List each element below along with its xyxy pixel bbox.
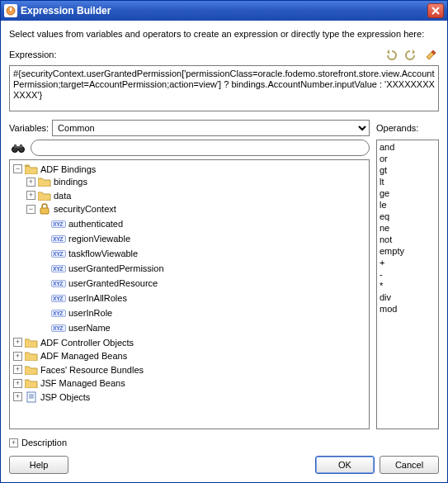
expression-builder-dialog: Expression Builder Select values from va… [0,0,448,483]
tree-node-label: authenticated [68,219,123,229]
svg-rect-5 [20,144,22,148]
folder-icon [25,337,38,348]
list-item[interactable]: * [380,280,436,291]
expand-toggle[interactable] [13,365,22,374]
tree-node-label: Faces' Resource Bundles [40,365,144,375]
list-item[interactable]: mod [380,303,436,315]
svg-rect-8 [27,392,35,402]
tree-node-label: regionViewable [68,234,130,244]
tree-node-label: userInRole [68,308,112,318]
undo-button[interactable] [383,47,399,62]
list-item[interactable]: eq [380,211,436,222]
tree-node-label: userGrantedResource [68,278,158,288]
operands-label: Operands: [376,120,439,136]
tree-node-label: securityContext [54,204,116,214]
expand-toggle[interactable] [13,338,22,347]
expand-toggle[interactable] [13,392,22,401]
folder-icon [25,163,38,175]
ok-button[interactable]: OK [315,456,375,474]
tree-node-label: ADF Bindings [40,164,96,174]
expand-toggle[interactable] [13,379,22,388]
folder-icon [25,364,38,376]
window-title: Expression Builder [21,5,427,17]
intro-text: Select values from variables and operato… [9,29,439,39]
tree-node-label: userName [68,323,111,333]
titlebar[interactable]: Expression Builder [1,1,447,21]
list-item[interactable]: gt [380,164,436,176]
tree-node-label: ADF Managed Beans [40,351,127,361]
list-item[interactable]: or [380,153,436,164]
property-icon: XYZ [51,235,66,243]
page-icon [25,391,38,403]
tree-node-label: JSF Managed Beans [40,378,125,388]
list-item[interactable]: + [380,257,436,268]
variables-label: Variables: [9,123,49,133]
list-item[interactable]: and [380,141,436,153]
expand-toggle[interactable] [13,352,22,361]
list-item[interactable]: lt [380,176,436,187]
list-item[interactable]: ne [380,222,436,234]
list-item[interactable]: empty [380,245,436,257]
folder-icon [38,176,51,187]
expand-toggle[interactable] [26,178,35,187]
svg-rect-4 [14,144,17,148]
property-icon: XYZ [51,310,66,317]
binoculars-icon[interactable] [9,140,27,155]
folder-icon [25,377,38,389]
list-item[interactable]: - [380,268,436,280]
search-input[interactable] [31,140,370,156]
folder-icon [38,190,51,201]
expand-toggle[interactable] [26,191,35,200]
operands-list[interactable]: and or gt lt ge le eq ne not empty + - *… [376,140,439,429]
svg-rect-1 [10,7,12,11]
redo-button[interactable] [403,47,419,62]
app-icon [4,4,17,17]
lock-icon [38,203,51,215]
clear-button[interactable] [422,47,439,62]
tree-node-label: bindings [54,177,87,187]
property-icon: XYZ [51,280,66,287]
property-icon: XYZ [51,295,66,302]
svg-rect-7 [40,208,49,214]
folder-icon [25,350,38,362]
list-item[interactable]: not [380,234,436,245]
close-button[interactable] [427,3,444,18]
cancel-button[interactable]: Cancel [380,456,439,474]
expand-toggle[interactable] [13,164,22,173]
list-item[interactable]: ge [380,187,436,199]
expression-textarea[interactable]: #{securityContext.userGrantedPermission[… [9,65,439,111]
tree-node-label: ADF Controller Objects [40,338,134,348]
property-icon: XYZ [51,250,66,258]
property-icon: XYZ [51,220,66,228]
variables-tree[interactable]: ADF Bindings bindings data securityConte… [9,159,370,429]
property-icon: XYZ [51,324,66,332]
tree-node-label: userGrantedPermission [68,263,164,273]
description-label: Description [21,438,67,447]
tree-node-label: data [54,191,71,201]
tree-node-label: JSP Objects [40,392,90,402]
list-item[interactable]: div [380,291,436,303]
property-icon: XYZ [51,265,66,272]
svg-rect-6 [17,146,20,148]
help-button[interactable]: Help [9,456,68,474]
list-item[interactable]: le [380,199,436,211]
expression-label: Expression: [9,50,380,59]
variables-combo[interactable]: Common [52,120,370,136]
tree-node-label: taskflowViewable [68,249,138,258]
expand-toggle[interactable] [26,205,35,214]
description-toggle[interactable] [9,438,18,447]
tree-node-label: userInAllRoles [68,293,127,303]
